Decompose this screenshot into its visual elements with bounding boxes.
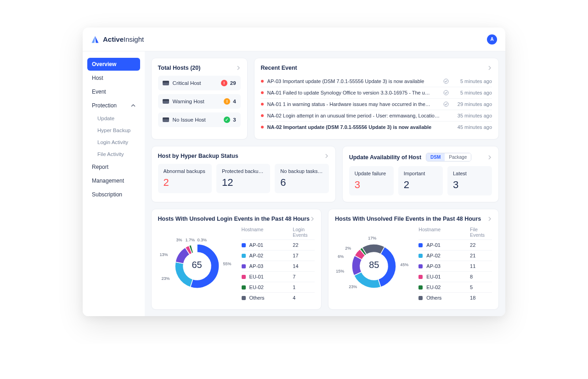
brand-light: Insight [124,35,144,43]
legend-value: 22 [470,242,492,248]
check-circle-icon [443,101,449,107]
legend-row[interactable]: EU-02 1 [242,282,315,293]
donut-center-value: 65 [192,260,202,270]
check-circle-icon [443,78,449,84]
host-tile[interactable]: Warning Host !4 [158,94,241,109]
legend-swatch-icon [418,285,423,290]
stat-tile[interactable]: Important 2 [398,166,443,195]
legend-swatch-icon [242,296,246,300]
pct-label: 3% [176,238,182,242]
sidebar-subitem-login-activity[interactable]: Login Activity [87,137,140,148]
legend-row[interactable]: AP-01 22 [418,240,492,251]
legend-swatch-icon [418,254,423,258]
event-row[interactable]: NA-02 Login attempt in an unusual time p… [261,110,492,122]
event-row[interactable]: NA-01 Failed to update Synology Office t… [261,87,492,99]
pct-label: 55% [223,262,232,266]
sidebar-subitem-file-activity[interactable]: File Activity [87,149,140,160]
stat-tile[interactable]: Abnormal backups 2 [158,164,212,193]
legend-swatch-icon [242,254,246,258]
host-label: Warning Host [173,99,204,104]
legend-value: 5 [470,284,492,290]
stat-tile[interactable]: Protected backup… 12 [216,164,270,193]
sidebar-subitem-hyper-backup[interactable]: Hyper Backup [87,125,140,136]
sidebar-item-protection[interactable]: Protection [87,99,140,112]
donut-center-value: 85 [369,260,379,270]
pct-label: 6% [338,254,344,259]
legend-row[interactable]: Others 4 [242,293,315,303]
login-chart-title: Hosts With Unsolved Login Events in the … [158,216,310,222]
login-donut-chart: 6555%23%13%3%1.7%0.3% [158,230,236,299]
pct-label: 23% [349,284,357,289]
legend-row[interactable]: Others 18 [418,293,492,303]
chevron-right-icon[interactable] [236,66,241,70]
segment-package[interactable]: Package [445,153,471,161]
legend-row[interactable]: AP-01 22 [242,240,315,251]
event-row[interactable]: NA-02 Important update (DSM 7.0.1-55556 … [261,122,492,133]
status-dot-icon: ! [224,98,230,105]
card-total-hosts: Total Hosts (20) Critical Host !29Warnin… [151,58,248,139]
sidebar-item-subscription[interactable]: Subscription [87,188,140,201]
chevron-right-icon[interactable] [310,217,315,221]
legend-swatch-icon [418,264,423,268]
host-tile[interactable]: Critical Host !29 [158,76,241,90]
check-circle-icon [443,90,449,95]
card-login-events: Hosts With Unsolved Login Events in the … [151,209,322,310]
host-count: 3 [233,117,236,123]
legend-row[interactable]: EU-01 7 [242,272,315,282]
event-row[interactable]: AP-03 Important update (DSM 7.0.1-55556 … [261,76,492,87]
stat-tile[interactable]: Update failure 3 [349,166,394,195]
stat-value: 12 [222,177,265,189]
update-avail-title: Update Availability of Host [349,154,421,161]
chevron-right-icon[interactable] [487,217,492,221]
chevron-right-icon[interactable] [487,155,492,160]
host-count: 29 [230,80,236,86]
event-row[interactable]: NA-01 1 in warning status - Hardware iss… [261,99,492,110]
legend-row[interactable]: AP-03 11 [418,261,492,272]
status-dot-icon: ✓ [224,117,230,123]
host-icon [163,81,169,85]
legend-value: 8 [470,274,492,279]
legend-row[interactable]: EU-01 8 [418,272,492,282]
legend-name: AP-02 [249,253,293,258]
sidebar-item-event[interactable]: Event [87,85,140,98]
brand-logo-icon [91,35,99,44]
chevron-right-icon[interactable] [324,154,329,158]
chevron-right-icon[interactable] [487,66,492,70]
sidebar-subitem-update[interactable]: Update [87,113,140,124]
segment-dsm[interactable]: DSM [426,153,445,161]
legend-row[interactable]: AP-02 17 [242,251,315,261]
stat-tile[interactable]: No backup tasks… 6 [275,164,328,193]
topbar: ActiveInsight A [83,28,505,51]
stat-value: 6 [280,177,323,189]
legend-swatch-icon [242,264,246,268]
stat-value: 3 [453,179,486,191]
legend-swatch-icon [242,275,246,279]
sidebar-item-management[interactable]: Management [87,174,140,187]
event-time: 5 minutes ago [452,90,492,95]
sidebar-item-report[interactable]: Report [87,161,140,173]
legend-name: EU-01 [426,274,470,279]
sidebar: OverviewHostEventProtectionUpdateHyper B… [83,51,145,316]
avatar[interactable]: A [487,34,497,45]
event-time: 45 minutes ago [452,124,492,130]
event-text: NA-01 Failed to update Synology Office t… [267,90,440,95]
legend-value: 4 [293,295,315,301]
legend-name: EU-02 [426,284,470,290]
legend-name: AP-02 [426,253,470,258]
brand-strong: Active [103,35,124,43]
host-tile[interactable]: No Issue Host ✓3 [158,112,241,127]
svg-point-0 [444,79,448,84]
sidebar-item-overview[interactable]: Overview [87,58,140,71]
legend-row[interactable]: AP-02 21 [418,251,492,261]
event-text: NA-02 Important update (DSM 7.0.1-55556 … [267,124,440,130]
sidebar-item-host[interactable]: Host [87,72,140,84]
stat-tile[interactable]: Latest 3 [447,166,492,195]
legend-row[interactable]: AP-03 14 [242,261,315,272]
stat-label: Important [404,171,437,176]
event-text: NA-02 Login attempt in an unusual time p… [267,113,440,118]
legend-name: Others [426,295,470,301]
pct-label: 17% [368,236,376,240]
event-time: 5 minutes ago [452,78,492,84]
card-hyper-backup: Host by Hyper Backup Status Abnormal bac… [151,146,336,202]
legend-row[interactable]: EU-02 5 [418,282,492,293]
